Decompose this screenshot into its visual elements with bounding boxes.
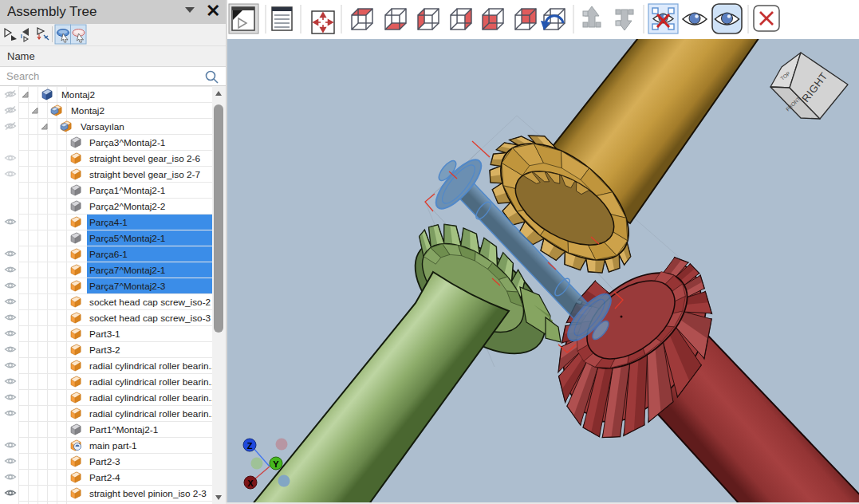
- svg-text:Part2-4: Part2-4: [89, 472, 120, 483]
- svg-text:socket head cap screw_iso-3: socket head cap screw_iso-3: [89, 313, 211, 324]
- svg-text:Z: Z: [247, 441, 253, 451]
- svg-text:Montaj2: Montaj2: [61, 89, 95, 100]
- svg-text:Parça5^Montaj2-1: Parça5^Montaj2-1: [89, 233, 165, 244]
- svg-text:Parça7^Montaj2-1: Parça7^Montaj2-1: [89, 265, 165, 276]
- svg-text:straight bevel gear_iso 2-7: straight bevel gear_iso 2-7: [89, 169, 200, 180]
- svg-text:Parça6-1: Parça6-1: [89, 249, 128, 260]
- svg-text:Parça3^Montaj2-1: Parça3^Montaj2-1: [89, 137, 165, 148]
- svg-text:Varsayılan: Varsayılan: [81, 121, 124, 132]
- svg-text:radial cylindrical roller bear: radial cylindrical roller bearin...: [89, 392, 216, 404]
- svg-text:Part3-1: Part3-1: [89, 329, 120, 340]
- svg-text:radial cylindrical roller bear: radial cylindrical roller bearin...: [89, 376, 216, 388]
- svg-text:Part3-2: Part3-2: [89, 345, 120, 356]
- svg-text:Parça4-1: Parça4-1: [89, 217, 128, 228]
- svg-text:Part2-3: Part2-3: [89, 456, 120, 467]
- svg-text:X: X: [247, 478, 254, 488]
- svg-text:socket head cap screw_iso-2: socket head cap screw_iso-2: [89, 297, 211, 308]
- svg-text:straight bevel gear_iso 2-6: straight bevel gear_iso 2-6: [89, 153, 200, 164]
- svg-text:Y: Y: [273, 459, 279, 469]
- svg-text:Parça1^Montaj2-1: Parça1^Montaj2-1: [89, 185, 165, 196]
- svg-text:main part-1: main part-1: [89, 440, 137, 451]
- svg-text:Parça7^Montaj2-3: Parça7^Montaj2-3: [89, 281, 166, 292]
- svg-text:Montaj2: Montaj2: [71, 105, 104, 116]
- svg-text:straight bevel pinion_iso 2-3: straight bevel pinion_iso 2-3: [89, 488, 207, 499]
- svg-text:radial cylindrical roller bear: radial cylindrical roller bearin...: [89, 408, 216, 419]
- svg-text:Parça2^Montaj2-2: Parça2^Montaj2-2: [89, 201, 165, 212]
- svg-text:Part1^Montaj2-1: Part1^Montaj2-1: [89, 424, 158, 435]
- svg-text:radial cylindrical roller bear: radial cylindrical roller bearin...: [89, 360, 216, 372]
